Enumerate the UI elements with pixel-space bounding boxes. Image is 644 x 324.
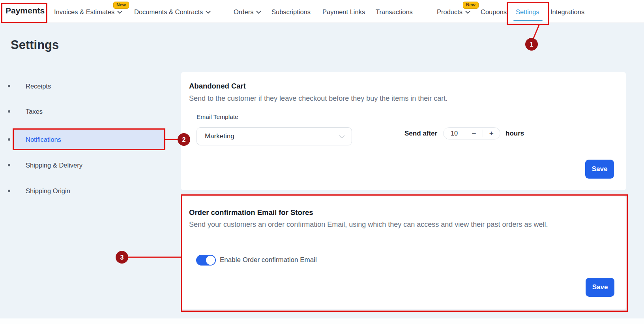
active-tab-underline bbox=[513, 20, 543, 21]
annotation-step-3-badge bbox=[116, 251, 128, 264]
nav-item-coupons[interactable]: Coupons bbox=[481, 8, 507, 16]
abandoned-cart-card: Abandoned Cart Send to the customer if t… bbox=[181, 72, 626, 190]
nav-item-label: Settings bbox=[516, 8, 539, 15]
email-template-label: Email Template bbox=[197, 113, 238, 121]
toggle-label: Enable Order confirmation Email bbox=[220, 256, 317, 264]
toggle-knob bbox=[206, 256, 215, 265]
card-description: Send your customers an order confirmatio… bbox=[189, 219, 548, 230]
chevron-down-icon bbox=[465, 9, 470, 14]
nav-item-subscriptions[interactable]: Subscriptions bbox=[271, 8, 311, 16]
sidebar-item-label: Receipts bbox=[26, 83, 51, 90]
sidebar-item-label: Shipping Origin bbox=[26, 187, 70, 195]
sidebar-item-shipping-origin[interactable]: Shipping Origin bbox=[0, 185, 170, 196]
card-title: Order confirmation Email for Stores bbox=[189, 208, 313, 217]
bullet-icon bbox=[8, 138, 10, 141]
send-after-stepper: 10 − + bbox=[443, 127, 500, 139]
save-button[interactable]: Save bbox=[586, 278, 614, 297]
nav-item-label: Products bbox=[437, 8, 462, 15]
top-navbar: Payments Invoices & Estimates New Docume… bbox=[0, 0, 644, 23]
brand-payments[interactable]: Payments bbox=[6, 6, 45, 15]
bottom-strip bbox=[0, 318, 644, 324]
card-description: Send to the customer if they leave check… bbox=[189, 93, 447, 104]
increase-button[interactable]: + bbox=[483, 128, 500, 139]
nav-item-transactions[interactable]: Transactions bbox=[376, 8, 413, 16]
new-badge: New bbox=[113, 2, 129, 9]
save-button[interactable]: Save bbox=[585, 160, 614, 179]
bullet-icon bbox=[8, 190, 10, 192]
sidebar-item-label: Taxes bbox=[26, 108, 43, 115]
nav-item-invoices-estimates[interactable]: Invoices & Estimates New bbox=[54, 8, 122, 16]
sidebar-item-notifications-active[interactable]: Notifications bbox=[0, 134, 170, 145]
order-confirmation-toggle-on[interactable] bbox=[196, 255, 216, 266]
bullet-icon bbox=[8, 85, 10, 87]
sidebar-item-receipts[interactable]: Receipts bbox=[0, 81, 170, 92]
nav-item-products[interactable]: Products New bbox=[437, 8, 470, 16]
nav-item-orders[interactable]: Orders bbox=[234, 8, 260, 16]
bullet-icon bbox=[8, 164, 10, 166]
sidebar-item-label: Shipping & Delivery bbox=[26, 162, 82, 169]
nav-item-payment-links[interactable]: Payment Links bbox=[322, 8, 365, 16]
new-badge: New bbox=[463, 2, 479, 9]
bullet-icon bbox=[8, 110, 10, 113]
select-value: Marketing bbox=[205, 132, 234, 140]
nav-item-label: Invoices & Estimates bbox=[54, 8, 114, 15]
nav-item-label: Coupons bbox=[481, 8, 507, 15]
annotation-step-1-badge bbox=[525, 38, 538, 51]
sidebar-item-taxes[interactable]: Taxes bbox=[0, 106, 170, 117]
annotation-line-1 bbox=[533, 24, 539, 39]
nav-item-label: Documents & Contracts bbox=[134, 8, 203, 15]
chevron-down-icon bbox=[256, 9, 262, 14]
nav-item-label: Payment Links bbox=[322, 8, 365, 15]
chevron-down-icon bbox=[339, 132, 344, 138]
nav-item-label: Orders bbox=[234, 8, 253, 15]
sidebar-item-label: Notifications bbox=[26, 136, 61, 143]
annotation-step-1-number: 1 bbox=[530, 41, 534, 48]
annotation-step-3-number: 3 bbox=[120, 254, 124, 261]
nav-item-label: Integrations bbox=[550, 8, 584, 15]
nav-item-label: Transactions bbox=[376, 8, 413, 15]
send-after-value[interactable]: 10 bbox=[444, 128, 465, 139]
nav-item-documents-contracts[interactable]: Documents & Contracts bbox=[134, 8, 210, 16]
sidebar-item-shipping-delivery[interactable]: Shipping & Delivery bbox=[0, 160, 170, 171]
email-template-select[interactable]: Marketing bbox=[197, 127, 352, 145]
nav-item-settings-active[interactable]: Settings bbox=[516, 8, 539, 16]
nav-item-integrations[interactable]: Integrations bbox=[550, 8, 584, 16]
hours-label: hours bbox=[505, 130, 524, 138]
chevron-down-icon bbox=[117, 9, 122, 14]
page-title: Settings bbox=[11, 38, 59, 52]
send-after-label: Send after bbox=[404, 130, 437, 138]
order-confirmation-card: Order confirmation Email for Stores Send… bbox=[181, 196, 626, 309]
chevron-down-icon bbox=[206, 9, 211, 14]
card-title: Abandoned Cart bbox=[189, 82, 246, 90]
decrease-button[interactable]: − bbox=[465, 128, 482, 139]
nav-item-label: Subscriptions bbox=[271, 8, 311, 15]
